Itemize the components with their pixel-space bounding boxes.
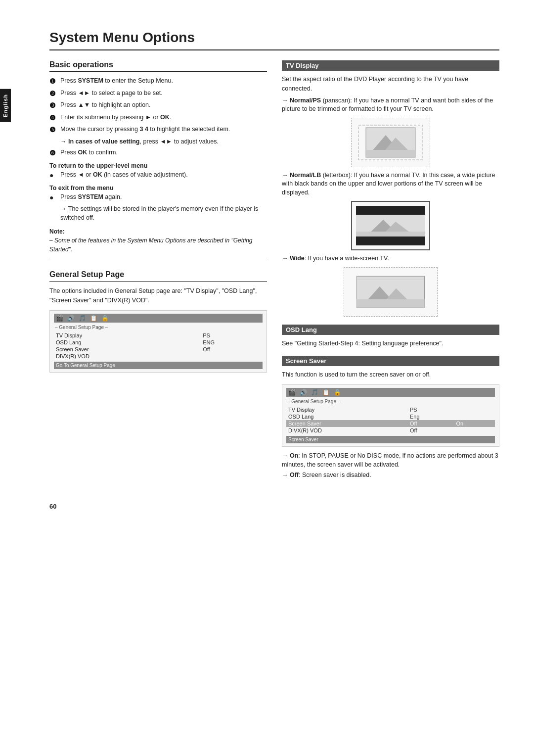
ss-menu-icon-1: 🎬 [288, 389, 296, 396]
language-tab: English [0, 89, 11, 122]
step-3-num: ❸ [49, 101, 58, 111]
ss-extra-tv [452, 406, 495, 413]
step-2: ❷ Press ◄► to select a page to be set. [49, 89, 267, 99]
menu-label-osd: OSD Lang [54, 339, 201, 346]
divider [49, 260, 267, 260]
step-1-text: Press SYSTEM to enter the Setup Menu. [60, 77, 173, 86]
svg-rect-15 [356, 299, 424, 307]
step-4: ❹ Enter its submenu by pressing ► or OK. [49, 113, 267, 123]
ss-extra-divx [452, 427, 495, 434]
return-bullet-sym: ● [49, 171, 58, 181]
step-5-text: Move the cursor by pressing 3 4 to highl… [60, 125, 230, 134]
return-bullet: ● Press ◄ or OK (in cases of value adjus… [49, 171, 267, 181]
step-2-num: ❷ [49, 89, 58, 99]
ss-menu-icon-2: 🔊 [300, 389, 307, 396]
osd-lang-section: OSD Lang See "Getting Started-Step 4: Se… [282, 325, 499, 348]
arrow-note-value-setting: → In cases of value setting, press ◄► to… [60, 138, 267, 146]
osd-lang-title: OSD Lang [282, 325, 499, 335]
ss-menu-bottom-bar: Screen Saver [286, 436, 495, 443]
ss-row-tv: TV Display PS [286, 406, 495, 413]
menu-row-tv: TV Display PS [54, 332, 263, 339]
menu-row-osd: OSD Lang ENG [54, 339, 263, 346]
menu-table: TV Display PS OSD Lang ENG Screen Saver … [54, 332, 263, 360]
menu-icon-1: 🎬 [56, 315, 63, 322]
normal-ps-note: → Normal/PS (panscan): If you have a nor… [282, 96, 499, 114]
general-setup-section: General Setup Page The options included … [49, 270, 267, 373]
ss-menu-subtitle: – General Setup Page – [286, 399, 495, 404]
svg-rect-7 [356, 236, 425, 245]
menu-val-osd: ENG [201, 339, 263, 346]
panscan-svg [356, 123, 425, 162]
two-column-layout: Basic operations ❶ Press SYSTEM to enter… [49, 60, 499, 488]
svg-rect-11 [356, 232, 425, 236]
ss-menu-icon-5: 🔒 [334, 389, 341, 396]
tv-display-intro: Set the aspect ratio of the DVD Player a… [282, 75, 499, 94]
screen-saver-on-note: → On: In STOP, PAUSE or No DISC mode, if… [282, 452, 499, 469]
menu-label-divx: DIVX(R) VOD [54, 353, 201, 360]
ss-label-osd: OSD Lang [286, 413, 408, 420]
ss-row-saver: Screen Saver Off On [286, 420, 495, 427]
wide-note: → Wide: If you have a wide-screen TV. [282, 254, 499, 263]
menu-bottom-bar: Go To General Setup Page [54, 362, 263, 369]
svg-rect-4 [366, 150, 415, 157]
exit-arrow-note: → The settings will be stored in the pla… [60, 205, 267, 222]
note-block: Note: – Some of the features in the Syst… [49, 227, 267, 254]
ss-menu-table: TV Display PS OSD Lang Eng Screen Saver … [286, 406, 495, 434]
right-column: TV Display Set the aspect ratio of the D… [282, 60, 499, 488]
tv-image-wide [344, 267, 438, 317]
step-6-text: Press OK to confirm. [60, 148, 118, 157]
osd-lang-text: See "Getting Started-Step 4: Setting lan… [282, 339, 499, 348]
step-6-list: ❻ Press OK to confirm. [49, 148, 267, 158]
general-setup-intro: The options included in General Setup pa… [49, 286, 267, 305]
menu-label-tv: TV Display [54, 332, 201, 339]
return-heading: To return to the upper-level menu [49, 162, 267, 169]
tv-image-panscan [351, 118, 430, 167]
step-5: ❺ Move the cursor by pressing 3 4 to hig… [49, 125, 267, 135]
basic-operations-section: Basic operations ❶ Press SYSTEM to enter… [49, 60, 267, 254]
general-setup-title: General Setup Page [49, 270, 267, 282]
step-4-text: Enter its submenu by pressing ► or OK. [60, 113, 171, 122]
screen-saver-off-note: → Off: Screen saver is disabled. [282, 471, 499, 480]
step-3: ❸ Press ▲▼ to highlight an option. [49, 101, 267, 111]
general-setup-menu-image: 🎬 🔊 🎵 📋 🔒 – General Setup Page – TV Disp… [49, 310, 267, 373]
exit-bullet-sym: ● [49, 193, 58, 203]
menu-icon-2: 🔊 [67, 315, 75, 322]
step-6: ❻ Press OK to confirm. [49, 148, 267, 158]
basic-ops-list: ❶ Press SYSTEM to enter the Setup Menu. … [49, 77, 267, 135]
ss-val-saver: Off [408, 420, 452, 427]
ss-menu-icon-4: 📋 [322, 389, 330, 396]
ss-label-divx: DIVX(R) VOD [286, 427, 408, 434]
exit-bullet-text: Press SYSTEM again. [60, 193, 122, 202]
ss-menu-top-bar: 🎬 🔊 🎵 📋 🔒 [286, 388, 495, 397]
step-1-num: ❶ [49, 77, 58, 87]
menu-icon-5: 🔒 [101, 315, 109, 322]
tv-image-letterbox [351, 201, 430, 250]
screen-saver-title: Screen Saver [282, 356, 499, 366]
screen-saver-menu-image: 🎬 🔊 🎵 📋 🔒 – General Setup Page – TV Disp… [282, 384, 499, 447]
tv-display-section: TV Display Set the aspect ratio of the D… [282, 60, 499, 317]
normal-lb-note: → Normal/LB (letterbox): If you have a n… [282, 171, 499, 197]
ss-row-divx: DIVX(R) VOD Off [286, 427, 495, 434]
ss-row-osd: OSD Lang Eng [286, 413, 495, 420]
menu-row-divx: DIVX(R) VOD [54, 353, 263, 360]
page-container: English System Menu Options Basic operat… [0, 0, 534, 756]
step-2-text: Press ◄► to select a page to be set. [60, 89, 163, 98]
ss-val-osd: Eng [408, 413, 452, 420]
menu-subtitle: – General Setup Page – [54, 325, 263, 330]
menu-row-saver: Screen Saver Off [54, 346, 263, 353]
ss-label-saver: Screen Saver [286, 420, 408, 427]
menu-icon-4: 📋 [90, 315, 97, 322]
return-bullet-text: Press ◄ or OK (in cases of value adjustm… [60, 171, 188, 180]
page-number: 60 [49, 503, 499, 510]
menu-label-saver: Screen Saver [54, 346, 201, 353]
step-5-num: ❺ [49, 125, 58, 135]
ss-extra-osd [452, 413, 495, 420]
ss-menu-icon-3: 🎵 [311, 389, 318, 396]
ss-extra-saver: On [452, 420, 495, 427]
wide-svg [356, 272, 425, 312]
step-6-num: ❻ [49, 148, 58, 158]
note-label: Note: [49, 228, 65, 235]
svg-rect-6 [356, 206, 425, 215]
exit-heading: To exit from the menu [49, 185, 267, 191]
menu-top-bar: 🎬 🔊 🎵 📋 🔒 [54, 314, 263, 323]
